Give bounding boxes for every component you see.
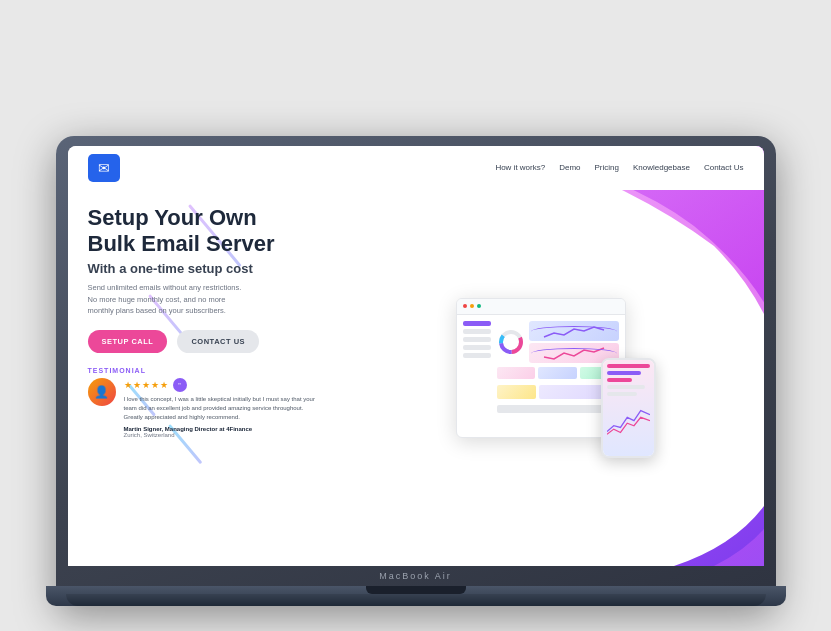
testimonial-text: I love this concept, I was a little skep… — [124, 395, 324, 422]
star-1: ★ — [124, 380, 132, 390]
mock-dot-yellow — [470, 304, 474, 308]
hero-title-line2: Bulk Email Server — [88, 231, 275, 256]
hero-title-line1: Setup Your Own — [88, 205, 257, 230]
phone-bar-5 — [607, 392, 637, 396]
mock-extra-1 — [497, 385, 537, 399]
phone-bar-4 — [607, 385, 646, 389]
phone-chart — [607, 399, 650, 439]
laptop-notch — [366, 586, 466, 594]
testimonial-section: TESTIMONIAL 👤 ★ ★ ★ ★ ★ — [88, 367, 368, 438]
phone-screen — [603, 360, 654, 456]
nav-pricing[interactable]: Pricing — [595, 163, 619, 172]
keyboard-area — [66, 594, 766, 606]
macbook-label: MacBook Air — [379, 571, 452, 581]
phone-mockup — [601, 358, 656, 458]
star-2: ★ — [133, 380, 141, 390]
nav-how-it-works[interactable]: How it works? — [495, 163, 545, 172]
hero-left: Setup Your Own Bulk Email Server With a … — [88, 200, 368, 556]
phone-bar-1 — [607, 364, 650, 368]
testimonial-card: 👤 ★ ★ ★ ★ ★ " — [88, 378, 368, 438]
author-name: Martin Signer, Managing Director at 4Fin… — [124, 426, 253, 432]
screen-content: ✉ How it works? Demo Pricing Knowledgeba… — [68, 146, 764, 566]
phone-bar-2 — [607, 371, 641, 375]
nav-contact[interactable]: Contact Us — [704, 163, 744, 172]
mock-header — [457, 299, 625, 315]
mock-stat-1 — [497, 367, 536, 379]
star-rating: ★ ★ ★ ★ ★ " — [124, 378, 368, 392]
dashboard-mockup — [456, 298, 656, 458]
mock-lines — [529, 321, 619, 363]
mock-sidebar-item-2 — [463, 329, 491, 334]
logo-box[interactable]: ✉ — [88, 154, 120, 182]
testimonial-label: TESTIMONIAL — [88, 367, 368, 374]
nav-knowledgebase[interactable]: Knowledgebase — [633, 163, 690, 172]
mock-stat-2 — [538, 367, 577, 379]
navbar: ✉ How it works? Demo Pricing Knowledgeba… — [68, 146, 764, 190]
quote-icon: " — [173, 378, 187, 392]
mock-chart-area — [497, 321, 619, 363]
mock-donut-chart — [497, 328, 525, 356]
hero-description: Send unlimited emails without any restri… — [88, 282, 288, 316]
contact-us-button[interactable]: CONTACT US — [177, 330, 259, 353]
logo-icon: ✉ — [98, 160, 110, 176]
testimonial-author: Martin Signer, Managing Director at 4Fin… — [124, 426, 368, 438]
hero-section: Setup Your Own Bulk Email Server With a … — [68, 190, 764, 566]
laptop-frame: ✉ How it works? Demo Pricing Knowledgeba… — [56, 26, 776, 606]
mock-body — [457, 315, 625, 419]
hero-title: Setup Your Own Bulk Email Server — [88, 205, 368, 258]
hero-subtitle: With a one-time setup cost — [88, 261, 368, 276]
setup-call-button[interactable]: SETUP CALL — [88, 330, 168, 353]
star-5: ★ — [160, 380, 168, 390]
mock-line-chart-1 — [529, 321, 619, 341]
star-3: ★ — [142, 380, 150, 390]
hero-right — [368, 200, 744, 556]
mock-sidebar-item-1 — [463, 321, 491, 326]
avatar: 👤 — [88, 378, 116, 406]
cta-buttons: SETUP CALL CONTACT US — [88, 330, 368, 353]
laptop-body: ✉ How it works? Demo Pricing Knowledgeba… — [56, 136, 776, 606]
phone-bar-3 — [607, 378, 633, 382]
author-location: Zurich, Switzerland — [124, 432, 368, 438]
testimonial-content: ★ ★ ★ ★ ★ " I love this concept, I was a… — [124, 378, 368, 438]
screen-bezel: ✉ How it works? Demo Pricing Knowledgeba… — [68, 146, 764, 566]
author-title: Managing Director at 4Finance — [165, 426, 252, 432]
nav-demo[interactable]: Demo — [559, 163, 580, 172]
mock-dot-green — [477, 304, 481, 308]
mock-dot-red — [463, 304, 467, 308]
mock-sidebar-item-4 — [463, 345, 491, 350]
nav-links: How it works? Demo Pricing Knowledgebase… — [495, 163, 743, 172]
star-4: ★ — [151, 380, 159, 390]
mock-sidebar-item-5 — [463, 353, 491, 358]
mock-sidebar — [463, 321, 491, 413]
mock-sidebar-item-3 — [463, 337, 491, 342]
